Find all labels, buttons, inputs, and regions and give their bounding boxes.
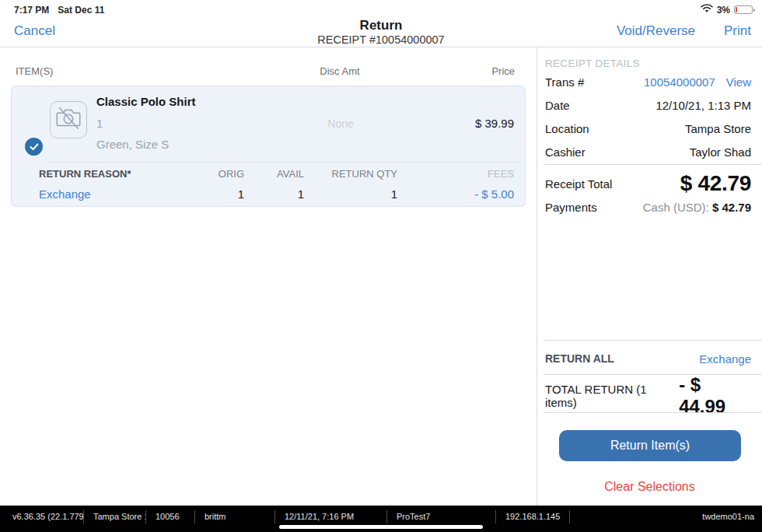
items-panel: ITEM(S) Disc Amt Price <box>0 47 537 506</box>
orig-qty-value: 1 <box>238 187 244 201</box>
battery-percent: 3% <box>717 5 730 16</box>
return-items-button[interactable]: Return Item(s) <box>559 430 741 461</box>
logged-in-user: brittm <box>194 510 274 523</box>
page-title: Return <box>156 18 606 33</box>
clear-selections-link[interactable]: Clear Selections <box>537 480 762 494</box>
date-label: Date <box>545 99 570 112</box>
summary-divider-top <box>544 340 762 341</box>
fees-value: - $ 5.00 <box>474 187 514 201</box>
battery-icon <box>734 5 753 14</box>
current-datetime: 12/11/21, 7:16 PM <box>274 510 386 523</box>
price-column-header: Price <box>491 65 515 77</box>
cancel-button[interactable]: Cancel <box>14 23 55 39</box>
location-row: Location Tampa Store <box>545 122 751 135</box>
trans-number-link[interactable]: 10054000007 <box>644 75 715 89</box>
store-name: Tampa Store 1 <box>83 510 145 523</box>
ios-status-bar: 7:17 PMSat Dec 11 3% <box>0 0 762 17</box>
receipt-total-value: $ 42.79 <box>680 171 751 196</box>
return-item-card[interactable]: Classic Polo Shirt 1 None $ 39.99 Green,… <box>11 86 526 207</box>
wifi-icon <box>701 4 713 16</box>
item-name: Classic Polo Shirt <box>96 95 196 108</box>
location-value: Tampa Store <box>685 122 751 135</box>
environment-name: twdemo01-na <box>702 510 762 522</box>
payment-method: Cash (USD): <box>643 201 712 214</box>
return-all-row: RETURN ALL Exchange <box>545 349 751 368</box>
cashier-value: Taylor Shad <box>690 145 751 159</box>
clock-time: 7:17 PM <box>14 5 49 16</box>
receipt-total-row: Receipt Total $ 42.79 <box>545 169 751 198</box>
total-return-row: TOTAL RETURN (1 items) - $ 44.99 <box>545 380 751 411</box>
item-price: $ 39.99 <box>475 117 514 130</box>
total-return-label: TOTAL RETURN (1 items) <box>545 383 679 409</box>
trans-label: Trans # <box>545 75 584 89</box>
date-value: 12/10/21, 1:13 PM <box>655 99 751 112</box>
avail-header: AVAIL <box>277 168 304 180</box>
device-name: ProTest7 <box>386 510 495 523</box>
camera-slash-icon <box>54 103 83 136</box>
item-variant: Green, Size S <box>96 138 169 151</box>
item-card-divider <box>47 162 519 163</box>
return-screen: 7:17 PMSat Dec 11 3% Cancel Return RECEI… <box>0 0 762 532</box>
receipt-number-subtitle: RECEIPT #10054000007 <box>156 33 606 47</box>
total-return-value: - $ 44.99 <box>679 374 751 418</box>
status-indicators: 3% <box>701 4 753 16</box>
orig-header: ORIG <box>218 168 244 180</box>
return-all-label: RETURN ALL <box>545 352 614 365</box>
return-qty-header: RETURN QTY <box>332 168 398 180</box>
print-button[interactable]: Print <box>724 23 751 39</box>
item-qty: 1 <box>96 117 103 130</box>
location-label: Location <box>545 122 589 135</box>
fees-header: FEES <box>488 168 514 180</box>
selected-check-icon[interactable] <box>25 138 43 156</box>
home-indicator[interactable] <box>279 525 483 529</box>
cashier-label: Cashier <box>545 145 585 159</box>
item-disc-amt: None <box>290 117 391 130</box>
app-version: v6.36.35 (22.1.779) <box>0 510 83 523</box>
receipt-details-title: RECEIPT DETAILS <box>545 58 640 69</box>
no-image-placeholder <box>50 101 87 138</box>
disc-amt-column-header: Disc Amt <box>293 65 386 77</box>
nav-actions: Void/Reverse Print <box>617 23 751 39</box>
nav-title-group: Return RECEIPT #10054000007 <box>156 17 606 47</box>
view-receipt-link[interactable]: View <box>726 75 751 89</box>
trans-row: Trans # 10054000007 View <box>545 75 751 89</box>
payments-row: Payments Cash (USD): $ 42.79 <box>545 201 751 214</box>
receipt-details-panel: RECEIPT DETAILS Trans # 10054000007 View… <box>537 47 762 506</box>
ip-address: 192.168.1.145 <box>495 510 569 523</box>
status-clock: 7:17 PMSat Dec 11 <box>14 5 113 16</box>
items-column-header: ITEM(S) <box>16 65 53 77</box>
payments-label: Payments <box>545 201 597 214</box>
date-row: Date 12/10/21, 1:13 PM <box>545 99 751 112</box>
void-reverse-button[interactable]: Void/Reverse <box>617 23 695 39</box>
main-area: ITEM(S) Disc Amt Price <box>0 47 762 506</box>
payment-amount: $ 42.79 <box>712 201 751 214</box>
details-divider <box>544 164 762 165</box>
clock-date: Sat Dec 11 <box>58 5 104 16</box>
summary-divider-bottom <box>544 412 762 413</box>
avail-qty-value: 1 <box>298 187 304 201</box>
receipt-total-label: Receipt Total <box>545 177 612 191</box>
return-all-exchange-link[interactable]: Exchange <box>699 352 751 366</box>
nav-bar: Cancel Return RECEIPT #10054000007 Void/… <box>0 17 762 47</box>
cashier-row: Cashier Taylor Shad <box>545 145 751 159</box>
return-reason-link[interactable]: Exchange <box>39 187 91 201</box>
footer-spacer <box>569 510 702 523</box>
return-qty-value[interactable]: 1 <box>391 187 397 201</box>
return-reason-header: RETURN REASON* <box>39 168 131 180</box>
register-number: 10056 <box>145 510 194 523</box>
